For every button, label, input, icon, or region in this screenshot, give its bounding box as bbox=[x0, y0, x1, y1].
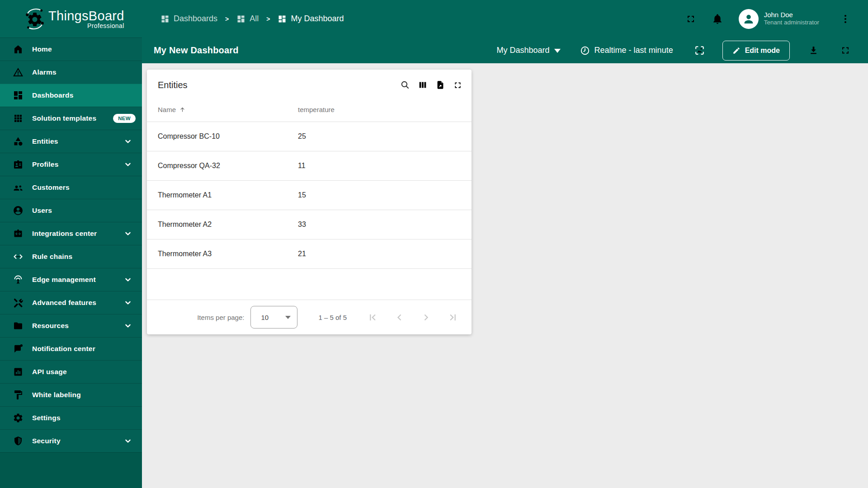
page-size-select[interactable]: 10 bbox=[250, 306, 297, 328]
table-row[interactable]: Compressor BC-1025 bbox=[147, 122, 472, 151]
dashboard-canvas: Entities Name temperature Compressor BC-… bbox=[142, 63, 868, 488]
entities-icon bbox=[13, 136, 24, 147]
sidebar-item-rule-chains[interactable]: Rule chains bbox=[0, 245, 142, 268]
breadcrumb-label: Dashboards bbox=[174, 14, 217, 23]
previous-page-icon[interactable] bbox=[393, 311, 406, 324]
sidebar-item-label: Integrations center bbox=[32, 230, 97, 238]
search-icon[interactable] bbox=[400, 80, 410, 90]
widget-actions bbox=[400, 80, 462, 90]
sidebar-item-integrations-center[interactable]: Integrations center bbox=[0, 222, 142, 245]
sidebar-item-entities[interactable]: Entities bbox=[0, 130, 142, 153]
breadcrumb-label: All bbox=[250, 14, 259, 23]
dashboard-toolbar: My New Dashboard My Dashboard Realtime -… bbox=[142, 38, 868, 63]
notification-center-icon bbox=[13, 343, 24, 354]
sidebar-item-label: Rule chains bbox=[32, 253, 72, 261]
settings-icon bbox=[13, 413, 24, 423]
breadcrumb-separator: > bbox=[225, 15, 229, 23]
chevron-down-icon bbox=[123, 229, 133, 239]
sidebar-item-edge-management[interactable]: Edge management bbox=[0, 268, 142, 291]
next-page-icon[interactable] bbox=[420, 311, 432, 324]
advanced-features-icon bbox=[13, 297, 24, 308]
sidebar-item-home[interactable]: Home bbox=[0, 38, 142, 61]
user-role: Tenant administrator bbox=[764, 19, 819, 27]
sidebar-item-security[interactable]: Security bbox=[0, 429, 142, 452]
person-icon bbox=[741, 11, 756, 27]
edit-mode-label: Edit mode bbox=[745, 47, 780, 55]
warning-icon bbox=[13, 67, 24, 78]
api-usage-icon bbox=[13, 366, 24, 377]
sidebar-item-profiles[interactable]: Profiles bbox=[0, 153, 142, 176]
cell-name: Thermometer A3 bbox=[147, 250, 298, 258]
sidebar-item-notification-center[interactable]: Notification center bbox=[0, 337, 142, 360]
chevron-down-icon bbox=[123, 160, 133, 169]
table-row[interactable]: Thermometer A115 bbox=[147, 181, 472, 210]
dashboards-icon bbox=[278, 14, 287, 23]
edit-mode-button[interactable]: Edit mode bbox=[722, 41, 790, 61]
cell-name: Compressor QA-32 bbox=[147, 162, 298, 170]
sidebar-item-solution-templates[interactable]: Solution templatesNEW bbox=[0, 107, 142, 130]
sidebar-item-alarms[interactable]: Alarms bbox=[0, 61, 142, 84]
cell-temperature: 15 bbox=[298, 191, 306, 199]
table-row[interactable]: Thermometer A321 bbox=[147, 239, 472, 269]
sidebar-item-label: Alarms bbox=[32, 68, 57, 76]
timewindow-label: Realtime - last minute bbox=[594, 46, 673, 55]
sidebar-item-users[interactable]: Users bbox=[0, 199, 142, 222]
user-info[interactable]: John Doe Tenant administrator bbox=[764, 11, 819, 27]
dashboard-state-select[interactable]: My Dashboard bbox=[497, 46, 561, 55]
display-columns-icon[interactable] bbox=[418, 80, 428, 90]
column-header-temperature[interactable]: temperature bbox=[298, 106, 335, 113]
breadcrumb-dashboards[interactable]: Dashboards bbox=[160, 14, 217, 23]
first-page-icon[interactable] bbox=[367, 311, 379, 324]
column-header-name[interactable]: Name bbox=[147, 106, 298, 113]
sidebar-item-white-labeling[interactable]: White labeling bbox=[0, 383, 142, 406]
thingsboard-logo[interactable]: ThingsBoard Professional bbox=[0, 0, 142, 38]
sidebar-item-customers[interactable]: Customers bbox=[0, 176, 142, 199]
sidebar-item-label: Entities bbox=[32, 137, 58, 145]
breadcrumb-label: My Dashboard bbox=[291, 14, 344, 23]
sidebar-item-settings[interactable]: Settings bbox=[0, 406, 142, 429]
avatar[interactable] bbox=[739, 9, 759, 29]
notifications-bell-icon[interactable] bbox=[712, 13, 723, 25]
sidebar-item-dashboards[interactable]: Dashboards bbox=[0, 84, 142, 107]
fullscreen-icon[interactable] bbox=[840, 45, 851, 56]
brand-edition: Professional bbox=[48, 22, 124, 29]
fullscreen-icon[interactable] bbox=[453, 80, 462, 90]
table-row[interactable]: Thermometer A233 bbox=[147, 210, 472, 239]
dashboards-icon bbox=[160, 14, 170, 23]
sidebar-item-advanced-features[interactable]: Advanced features bbox=[0, 291, 142, 314]
export-icon[interactable] bbox=[435, 80, 445, 90]
table-row[interactable]: Compressor QA-3211 bbox=[147, 151, 472, 181]
fullscreen-icon[interactable] bbox=[685, 14, 696, 24]
cell-name: Thermometer A1 bbox=[147, 191, 298, 199]
timewindow-button[interactable]: Realtime - last minute bbox=[580, 45, 673, 56]
logo-text: ThingsBoard Professional bbox=[48, 9, 124, 29]
new-badge: NEW bbox=[113, 114, 136, 123]
dashboard-layouts-icon[interactable] bbox=[694, 45, 705, 56]
sidebar-item-label: API usage bbox=[32, 368, 67, 376]
sidebar-item-label: Notification center bbox=[32, 345, 95, 353]
sidebar-item-label: Edge management bbox=[32, 276, 96, 284]
security-icon bbox=[13, 436, 24, 446]
sidebar-menu: Home Alarms Dashboards Solution template… bbox=[0, 38, 142, 452]
breadcrumb-all[interactable]: All bbox=[236, 14, 259, 23]
caret-down-icon bbox=[554, 49, 561, 53]
caret-down-icon bbox=[285, 316, 291, 319]
items-per-page-label: Items per page: bbox=[197, 314, 244, 321]
sidebar-item-label: Home bbox=[32, 45, 52, 53]
cell-name: Compressor BC-10 bbox=[147, 132, 298, 141]
sidebar-item-label: Dashboards bbox=[32, 91, 74, 99]
chevron-down-icon bbox=[123, 136, 133, 146]
kebab-menu-icon[interactable] bbox=[840, 13, 851, 25]
last-page-icon[interactable] bbox=[447, 311, 459, 324]
sidebar-item-label: Advanced features bbox=[32, 299, 96, 307]
breadcrumb-my-dashboard[interactable]: My Dashboard bbox=[278, 14, 344, 23]
sidebar-item-resources[interactable]: Resources bbox=[0, 314, 142, 337]
integrations-icon bbox=[13, 228, 24, 239]
sidebar-item-api-usage[interactable]: API usage bbox=[0, 360, 142, 383]
sidebar-item-label: Security bbox=[32, 437, 61, 445]
sidebar-item-label: Resources bbox=[32, 322, 69, 330]
chevron-down-icon bbox=[123, 275, 133, 285]
widget-title: Entities bbox=[158, 80, 188, 90]
download-icon[interactable] bbox=[808, 45, 819, 56]
cell-temperature: 33 bbox=[298, 221, 306, 229]
